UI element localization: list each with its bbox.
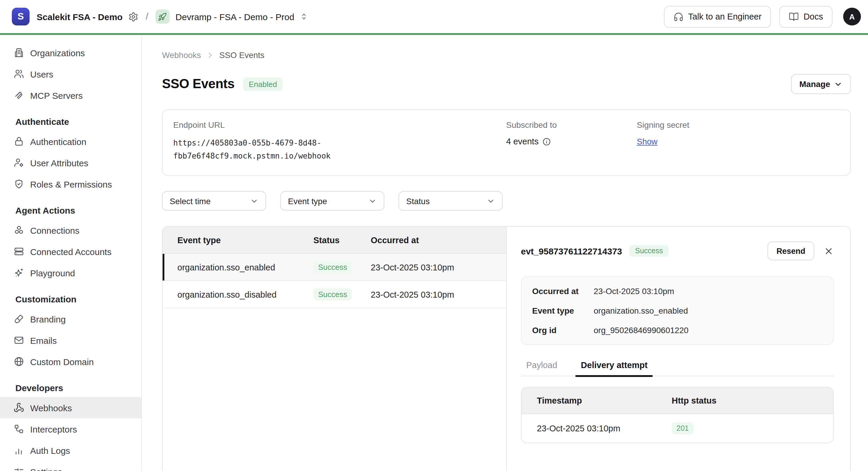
chevron-down-icon [250, 197, 258, 205]
subscribed-count: 4 events [506, 137, 539, 146]
detail-field-event-type: Event type organization.sso_enabled [532, 306, 823, 315]
event-type-filter-select[interactable]: Event type [280, 191, 384, 211]
environment-rocket-icon [156, 9, 170, 24]
sidebar-item-connected-accounts[interactable]: Connected Accounts [0, 241, 141, 262]
talk-to-engineer-button[interactable]: Talk to an Engineer [664, 6, 771, 28]
status-filter-select[interactable]: Status [399, 191, 503, 211]
endpoint-card: Endpoint URL https://405803a0-055b-4679-… [162, 110, 851, 176]
sidebar-item-webhooks[interactable]: Webhooks [0, 397, 141, 418]
shield-check-icon [13, 179, 24, 189]
sliders-icon [13, 466, 24, 471]
environment-name: Devramp - FSA - Demo - Prod [176, 11, 294, 22]
tab-payload[interactable]: Payload [521, 360, 563, 376]
detail-tabs: Payload Delivery attempt [521, 360, 834, 376]
webhook-icon [13, 402, 24, 413]
event-detail-panel: evt_95873761122714373 Success Resend Occ… [506, 227, 850, 471]
tab-delivery-attempt[interactable]: Delivery attempt [576, 360, 653, 376]
sidebar-item-branding[interactable]: Branding [0, 308, 141, 330]
sidebar-section-authenticate: Authenticate [0, 114, 141, 128]
building-icon [13, 47, 24, 58]
delivery-table-header: Timestamp Http status [522, 388, 833, 414]
sparkles-icon [13, 267, 24, 278]
sidebar-item-emails[interactable]: Emails [0, 330, 141, 351]
breadcrumb: Webhooks SSO Events [162, 50, 851, 60]
http-status-badge: 201 [672, 422, 693, 434]
chevron-down-icon [834, 80, 843, 88]
signing-secret-label: Signing secret [637, 120, 840, 129]
lock-icon [13, 136, 24, 147]
environment-switcher[interactable] [299, 12, 308, 21]
sidebar-section-developers: Developers [0, 380, 141, 395]
chevron-right-icon [206, 51, 215, 59]
headphones-icon [674, 11, 684, 22]
endpoint-url-label: Endpoint URL [173, 120, 506, 129]
book-open-icon [789, 11, 799, 22]
globe-icon [13, 356, 24, 367]
filters-row: Select time Event type Status [162, 191, 851, 211]
detail-field-occurred-at: Occurred at 23-Oct-2025 03:10pm [532, 286, 823, 296]
main-content: Webhooks SSO Events SSO Events Enabled M… [142, 35, 868, 471]
resend-button[interactable]: Resend [768, 241, 814, 260]
sidebar-item-connections[interactable]: Connections [0, 219, 141, 241]
users-icon [13, 69, 24, 79]
interceptor-icon [13, 424, 24, 434]
sidebar-item-organizations[interactable]: Organizations [0, 42, 141, 63]
event-id: evt_95873761122714373 [521, 246, 622, 256]
breadcrumb-webhooks[interactable]: Webhooks [162, 50, 201, 60]
cubes-icon [13, 225, 24, 235]
chevron-down-icon [368, 197, 377, 205]
breadcrumb-sso-events: SSO Events [219, 50, 265, 60]
bar-chart-icon [13, 445, 24, 455]
sidebar-section-agent-actions: Agent Actions [0, 203, 141, 217]
user-avatar[interactable]: A [843, 8, 861, 25]
endpoint-url-block: Endpoint URL https://405803a0-055b-4679-… [173, 120, 506, 163]
chevron-down-icon [487, 197, 495, 205]
delivery-table-row[interactable]: 23-Oct-2025 03:10pm 201 [522, 414, 833, 443]
show-secret-link[interactable]: Show [637, 137, 657, 146]
user-gear-icon [13, 157, 24, 168]
event-detail-card: Occurred at 23-Oct-2025 03:10pm Event ty… [521, 276, 834, 345]
table-row-sso-disabled[interactable]: organization.sso_disabled Success 23-Oct… [163, 281, 506, 308]
server-icon [13, 246, 24, 257]
sidebar-item-mcp-servers[interactable]: MCP Servers [0, 85, 141, 106]
sidebar-item-playground[interactable]: Playground [0, 262, 141, 284]
docs-button[interactable]: Docs [779, 6, 833, 28]
sidebar-item-custom-domain[interactable]: Custom Domain [0, 351, 141, 372]
status-badge: Success [313, 288, 352, 301]
sidebar-item-authentication[interactable]: Authentication [0, 131, 141, 152]
delivery-attempts-table: Timestamp Http status 23-Oct-2025 03:10p… [521, 387, 834, 443]
events-split-card: Event type Status Occurred at organizati… [162, 226, 851, 471]
sidebar-item-settings[interactable]: Settings [0, 461, 141, 471]
signing-secret-block: Signing secret Show [637, 120, 840, 163]
events-table: Event type Status Occurred at organizati… [163, 227, 506, 471]
sidebar-item-roles-permissions[interactable]: Roles & Permissions [0, 173, 141, 195]
sidebar-item-auth-logs[interactable]: Auth Logs [0, 440, 141, 461]
detail-field-org-id: Org id org_95026846990601220 [532, 325, 823, 335]
events-table-header: Event type Status Occurred at [163, 227, 506, 254]
close-icon[interactable] [824, 246, 834, 256]
info-icon[interactable] [542, 137, 551, 146]
paintbrush-icon [13, 314, 24, 324]
topbar: S Scalekit FSA - Demo / Devramp - FSA - … [0, 0, 868, 35]
scalekit-logo: S [12, 8, 30, 25]
breadcrumb-slash: / [146, 11, 148, 22]
sidebar-item-interceptors[interactable]: Interceptors [0, 418, 141, 440]
time-filter-select[interactable]: Select time [162, 191, 266, 211]
manage-button[interactable]: Manage [791, 74, 851, 94]
workspace-name: Scalekit FSA - Demo [37, 11, 123, 22]
sidebar-item-users[interactable]: Users [0, 63, 141, 85]
mail-icon [13, 335, 24, 346]
endpoint-url-value: https://405803a0-055b-4679-8d48-fbb7e6f4… [173, 137, 342, 163]
mcp-icon [13, 90, 24, 100]
subscribed-block: Subscribed to 4 events [506, 120, 637, 163]
sidebar-section-customization: Customization [0, 292, 141, 306]
sidebar-item-user-attributes[interactable]: User Attributes [0, 152, 141, 173]
status-badge: Success [313, 261, 352, 273]
sidebar: Organizations Users MCP Servers Authenti… [0, 35, 142, 471]
table-row-sso-enabled[interactable]: organization.sso_enabled Success 23-Oct-… [163, 254, 506, 281]
subscribed-label: Subscribed to [506, 120, 637, 129]
enabled-badge: Enabled [243, 77, 283, 91]
event-status-badge: Success [629, 245, 669, 257]
app-window: S Scalekit FSA - Demo / Devramp - FSA - … [0, 0, 868, 471]
workspace-settings-gear-icon[interactable] [129, 11, 138, 22]
